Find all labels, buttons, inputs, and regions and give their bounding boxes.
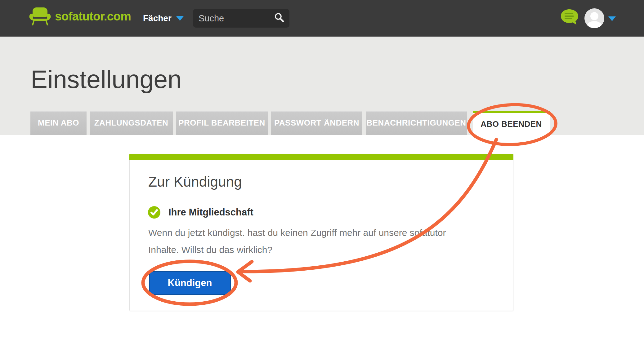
- top-navbar: sofatutor.com Fächer: [0, 0, 644, 37]
- cancel-subscription-button[interactable]: Kündigen: [149, 271, 231, 295]
- search-icon[interactable]: [274, 12, 284, 24]
- settings-hero: Einstellungen MEIN ABO ZAHLUNGSDATEN PRO…: [0, 37, 644, 135]
- tab-abo-beenden[interactable]: ABO BEENDEN: [473, 111, 550, 135]
- tab-mein-abo[interactable]: MEIN ABO: [30, 111, 87, 135]
- brand-logo[interactable]: sofatutor.com: [29, 7, 131, 26]
- page: sofatutor.com Fächer: [0, 0, 644, 341]
- tab-benachrichtigungen[interactable]: BENACHRICHTIGUNGEN: [366, 111, 467, 135]
- card-green-bar: [129, 154, 513, 160]
- tab-profil-bearbeiten[interactable]: PROFIL BEARBEITEN: [176, 111, 268, 135]
- content-area: Zur Kündigung Ihre Mitgliedschaft Wenn d…: [0, 135, 644, 341]
- messages-icon[interactable]: [560, 9, 579, 29]
- brand-name: sofatutor.com: [55, 10, 131, 23]
- avatar[interactable]: [584, 8, 604, 28]
- sofa-icon: [29, 7, 51, 26]
- membership-status-row: Ihre Mitgliedschaft: [148, 206, 253, 219]
- subjects-menu-label: Fächer: [143, 13, 172, 23]
- tab-zahlungsdaten[interactable]: ZAHLUNGSDATEN: [90, 111, 173, 135]
- avatar-head: [590, 12, 598, 20]
- account-chevron-down-icon[interactable]: [608, 16, 616, 21]
- warning-line-1: Wenn du jetzt kündigst. hast du keinen Z…: [148, 224, 483, 241]
- membership-heading: Ihre Mitgliedschaft: [168, 207, 253, 218]
- search-input[interactable]: [198, 13, 274, 24]
- cancellation-warning-text: Wenn du jetzt kündigst. hast du keinen Z…: [148, 224, 483, 258]
- page-title: Einstellungen: [31, 65, 181, 94]
- search-box: [193, 9, 289, 28]
- card-title: Zur Kündigung: [148, 173, 242, 190]
- settings-tabs: MEIN ABO ZAHLUNGSDATEN PROFIL BEARBEITEN…: [0, 111, 644, 135]
- tab-passwort-aendern[interactable]: PASSWORT ÄNDERN: [271, 111, 362, 135]
- avatar-body: [587, 21, 602, 28]
- check-circle-icon: [148, 206, 160, 219]
- cancellation-card: Zur Kündigung Ihre Mitgliedschaft Wenn d…: [129, 154, 513, 311]
- chevron-down-icon: [176, 16, 184, 21]
- subjects-menu[interactable]: Fächer: [143, 0, 184, 37]
- warning-line-2: Inhalte. Willst du das wirklich?: [148, 241, 483, 258]
